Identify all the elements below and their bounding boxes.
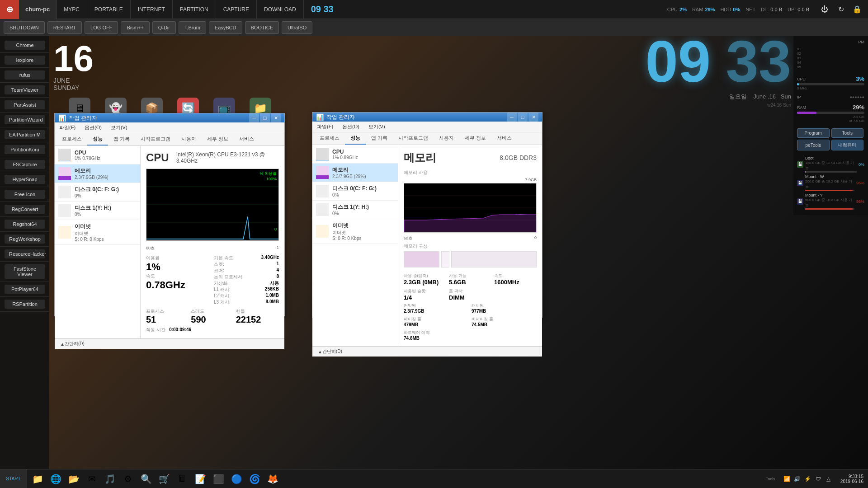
sidebar-item-ea-partition[interactable]: EA Partition M (0, 127, 49, 142)
tab-process-1[interactable]: 프로세스 (57, 133, 87, 145)
sidebar-item-teamviewer[interactable]: TeamViewer (0, 83, 49, 98)
bootice-btn[interactable]: BOOTICE (245, 21, 279, 34)
maximize-button-1[interactable]: □ (260, 113, 270, 122)
tools-btn[interactable]: Tools (831, 128, 864, 138)
taskbar-icon-chrome[interactable]: 🔵 (228, 470, 245, 488)
sidebar-item-potplayer64[interactable]: PotPlayer64 (0, 282, 49, 297)
taskbar-icon-explorer[interactable]: 📂 (65, 470, 82, 488)
ultraiso-btn[interactable]: UltraISO (282, 21, 312, 34)
window-1-footer[interactable]: ▲ 간단히(D) (55, 338, 284, 349)
proc-item-mem-1[interactable]: 메모리 2.3/7.9GB (29%) (55, 164, 140, 183)
sidebar-item-regworkshop[interactable]: RegWorkshop (0, 232, 49, 247)
sidebar-item-regshot64[interactable]: Regshot64 (0, 217, 49, 232)
tray-icon-network[interactable]: 📶 (783, 474, 792, 483)
mypc-btn[interactable]: 내컴퓨터 (831, 140, 864, 150)
nav-partition[interactable]: PARTITION (173, 0, 216, 19)
proc-item-disk1-1[interactable]: 디스크 1(Y: H:) 0% (55, 202, 140, 220)
tab-startup-2[interactable]: 시작프로그램 (393, 132, 434, 145)
taskbar-icon-calc[interactable]: 🖩 (174, 470, 191, 488)
taskbar-icon-notepad[interactable]: 📝 (192, 470, 209, 488)
sidebar-item-faststoneviewer[interactable]: FastStone Viewer (0, 262, 49, 282)
taskbar-icon-media[interactable]: 🎵 (101, 470, 118, 488)
logo-button[interactable]: ⊕ (0, 0, 19, 19)
window-2-titlebar[interactable]: 📊 작업 관리자 ─ □ ✕ (312, 113, 542, 122)
taskbar-icon-store[interactable]: 🛒 (156, 470, 173, 488)
tab-apphistory-2[interactable]: 앱 기록 (366, 132, 393, 145)
tab-performance-1[interactable]: 성능 (87, 133, 108, 145)
menu-options-1[interactable]: 옵션(O) (83, 123, 104, 132)
close-button-2[interactable]: ✕ (528, 113, 538, 122)
tray-icon-up-arrow[interactable]: △ (824, 474, 833, 483)
petools-btn[interactable]: peTools (797, 140, 830, 150)
tab-users-2[interactable]: 사용자 (434, 132, 459, 145)
sidebar-item-partitionwizard[interactable]: PartitionWizard (0, 113, 49, 127)
start-button[interactable]: START (0, 469, 27, 488)
menu-view-2[interactable]: 보기(V) (367, 122, 387, 131)
proc-item-disk0-1[interactable]: 디스크 0(C: F: G:) 0% (55, 183, 140, 202)
sidebar-item-fscapture[interactable]: FSCapture (0, 157, 49, 172)
sidebar-item-hypersnap[interactable]: HyperSnap (0, 172, 49, 187)
tab-users-1[interactable]: 사용자 (176, 133, 202, 145)
taskbar-icon-mail[interactable]: ✉ (83, 470, 100, 488)
window-2-footer[interactable]: ▲ 간단히(D) (312, 346, 542, 357)
tab-details-1[interactable]: 세부 정보 (202, 133, 234, 145)
tab-details-2[interactable]: 세부 정보 (459, 132, 491, 145)
qdir-btn[interactable]: Q-Dir (152, 21, 176, 34)
menu-file-1[interactable]: 파일(F) (57, 123, 77, 132)
nav-mypc[interactable]: MYPC (57, 0, 87, 19)
minimize-button-2[interactable]: ─ (507, 113, 517, 122)
nav-internet[interactable]: INTERNET (131, 0, 173, 19)
tab-process-2[interactable]: 프로세스 (314, 132, 345, 145)
restart-btn[interactable]: RESTART (47, 21, 82, 34)
tab-services-1[interactable]: 서비스 (234, 133, 259, 145)
tray-icon-volume[interactable]: 🔊 (793, 474, 802, 483)
power-button[interactable]: ⏻ (817, 2, 832, 17)
proc-item-cpu-2[interactable]: CPU 1% 0.89GHz (312, 145, 398, 164)
window-1-titlebar[interactable]: 📊 작업 관리자 ─ □ ✕ (55, 113, 284, 122)
close-button-1[interactable]: ✕ (271, 113, 281, 122)
maximize-button-2[interactable]: □ (518, 113, 528, 122)
sidebar-item-chrome[interactable]: Chrome (0, 38, 49, 53)
sidebar-item-lexplore[interactable]: lexplore (0, 53, 49, 68)
sidebar-item-rspartition[interactable]: RSPartition (0, 297, 49, 312)
taskbar-icon-firefox[interactable]: 🦊 (264, 470, 281, 488)
tab-apphistory-1[interactable]: 앱 기록 (108, 133, 135, 145)
refresh-button[interactable]: ↻ (834, 2, 848, 17)
tab-startup-1[interactable]: 시작프로그램 (135, 133, 176, 145)
shutdown-btn[interactable]: SHUTDOWN (4, 21, 45, 34)
program-btn[interactable]: Program (797, 128, 830, 138)
taskbar-icon-term[interactable]: ⬛ (210, 470, 227, 488)
proc-item-disk1-2[interactable]: 디스크 1(Y: H:) 0% (312, 201, 398, 219)
menu-view-1[interactable]: 보기(V) (109, 123, 129, 132)
sidebar-item-resourcehacker[interactable]: ResourceHacker (0, 247, 49, 262)
tray-icon-battery[interactable]: ⚡ (803, 474, 812, 483)
taskbar-icon-settings[interactable]: ⚙ (119, 470, 137, 488)
tray-icon-shield[interactable]: 🛡 (814, 474, 823, 483)
tab-performance-2[interactable]: 성능 (345, 132, 366, 145)
minimize-button-1[interactable]: ─ (249, 113, 259, 122)
easybcd-btn[interactable]: EasyBCD (209, 21, 242, 34)
proc-item-cpu-1[interactable]: CPU 1% 0.78GHz (55, 146, 140, 164)
proc-item-eth-2[interactable]: 이더넷 이더넷 S: 0 R: 0 Kbps (312, 219, 398, 244)
sidebar-item-partitionkoru[interactable]: PartitionKoru (0, 142, 49, 157)
lock-button[interactable]: 🔒 (850, 2, 864, 17)
taskbar-icon-folder[interactable]: 📁 (29, 470, 46, 488)
proc-item-mem-2[interactable]: 메모리 2.3/7.9GB (29%) (312, 164, 398, 182)
sidebar-item-regconvert[interactable]: RegConvert (0, 202, 49, 217)
logoff-btn[interactable]: LOG OFF (85, 21, 118, 34)
sidebar-item-freeicon[interactable]: Free Icon (0, 187, 49, 202)
tab-services-2[interactable]: 서비스 (491, 132, 517, 145)
menu-options-2[interactable]: 옵션(O) (340, 122, 361, 131)
taskbar-icon-search[interactable]: 🔍 (137, 470, 155, 488)
bism-btn[interactable]: Bism++ (121, 21, 149, 34)
sidebar-item-partassist[interactable]: PartAssist (0, 98, 49, 113)
nav-download[interactable]: DOWNLOAD (257, 0, 304, 19)
proc-item-eth-1[interactable]: 이더넷 이더넷 S: 0 R: 0 Kbps (55, 220, 140, 245)
menu-file-2[interactable]: 파일(F) (315, 122, 335, 131)
proc-item-disk0-2[interactable]: 디스크 0(C: F: G:) 0% (312, 182, 398, 201)
taskbar-icon-ie[interactable]: 🌀 (246, 470, 263, 488)
taskbar-icon-browser[interactable]: 🌐 (47, 470, 64, 488)
nav-capture[interactable]: CAPTURE (216, 0, 257, 19)
nav-portable[interactable]: PORTABLE (87, 0, 131, 19)
sidebar-item-rufus[interactable]: rufus (0, 68, 49, 83)
